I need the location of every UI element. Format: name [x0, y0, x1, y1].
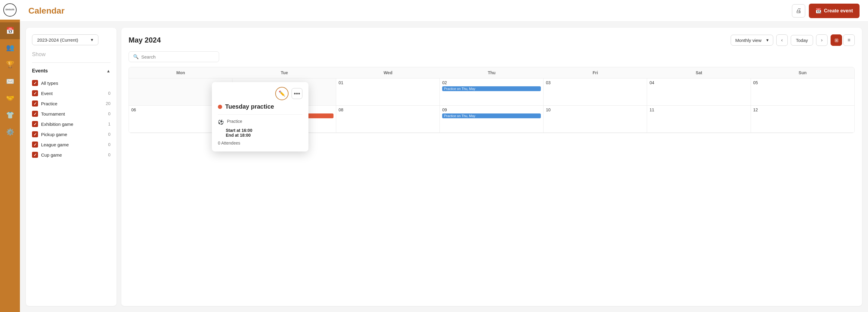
chevron-right-icon: ›: [821, 37, 823, 43]
filter-checkbox[interactable]: ✓: [32, 111, 38, 117]
trophy-icon: 🏆: [6, 61, 14, 68]
calendar-header: May 2024 Monthly view ▾ ‹ Today ›: [129, 34, 855, 46]
filter-item-exhibition-game[interactable]: ✓ Exhibition game 1: [32, 119, 111, 129]
filter-item-all-types[interactable]: ✓ All types: [32, 78, 111, 88]
next-month-button[interactable]: ›: [816, 34, 828, 46]
filter-count: 0: [108, 142, 111, 147]
day-header-tue: Tue: [232, 67, 336, 79]
day-header-fri: Fri: [544, 67, 647, 79]
popup-event-title: Tuesday practice: [218, 103, 302, 110]
prev-month-button[interactable]: ‹: [776, 34, 788, 46]
sidebar-item-mail[interactable]: ✉️: [0, 73, 20, 90]
calendar-cell-11[interactable]: 11: [647, 105, 751, 133]
filter-item-event[interactable]: ✓ Event 0: [32, 88, 111, 98]
month-view-dropdown[interactable]: Monthly view ▾: [731, 35, 773, 45]
day-header-thu: Thu: [440, 67, 543, 79]
sidebar-item-calendar[interactable]: 📅: [0, 22, 20, 39]
popup-attendees: 0 Attendees: [218, 141, 302, 146]
filter-left: ✓ All types: [32, 80, 58, 86]
event-practice-thu-02[interactable]: Practice on Thu, May: [442, 86, 540, 91]
filter-checkbox[interactable]: ✓: [32, 121, 38, 127]
popup-title-text: Tuesday practice: [225, 103, 274, 110]
filter-checkbox[interactable]: ✓: [32, 152, 38, 158]
day-header-sun: Sun: [751, 67, 855, 79]
day-header-sat: Sat: [647, 67, 751, 79]
calendar-cell-08[interactable]: 08: [336, 105, 440, 133]
team-logo: EAGLES: [3, 3, 17, 17]
filter-checkbox[interactable]: ✓: [32, 80, 38, 86]
filter-item-pickup-game[interactable]: ✓ Pickup game 0: [32, 129, 111, 139]
end-label: End at: [226, 133, 239, 137]
day-number-12: 12: [753, 107, 852, 112]
season-label: 2023-2024 (Current): [37, 37, 78, 42]
sidebar-item-settings[interactable]: ⚙️: [0, 124, 20, 141]
calendar-cell-02[interactable]: 02 Practice on Thu, May: [440, 79, 543, 105]
day-number-09: 09: [442, 107, 540, 112]
filter-left: ✓ League game: [32, 142, 69, 148]
create-event-button[interactable]: 📆 Create event: [809, 4, 860, 18]
filter-item-cup-game[interactable]: ✓ Cup game 0: [32, 150, 111, 160]
search-input[interactable]: [141, 54, 215, 59]
calendar-cell-10[interactable]: 10: [544, 105, 647, 133]
day-number-05: 05: [753, 80, 852, 85]
calendar-month-title: May 2024: [129, 36, 161, 44]
popup-time-block: Start at 16:00 End at 18:00: [226, 128, 302, 137]
view-toggle: ⊞ ≡: [831, 34, 855, 46]
events-section-header[interactable]: Events ▲: [32, 68, 111, 74]
more-options-button[interactable]: •••: [291, 88, 302, 99]
filter-count: 0: [108, 111, 111, 116]
filter-item-league-game[interactable]: ✓ League game 0: [32, 139, 111, 150]
day-number-01: 01: [339, 80, 437, 85]
event-practice-thu-09[interactable]: Practice on Thu, May: [442, 114, 540, 118]
filter-checkbox[interactable]: ✓: [32, 100, 38, 106]
today-button[interactable]: Today: [791, 35, 813, 45]
filter-count: 20: [105, 101, 111, 106]
checkmark-icon: ✓: [33, 153, 37, 157]
create-event-label: Create event: [824, 8, 853, 13]
list-view-button[interactable]: ≡: [843, 34, 855, 46]
sidebar-logo: EAGLES: [0, 0, 20, 20]
team-icon: 👥: [6, 44, 14, 52]
sidebar: EAGLES 📅 👥 🏆 ✉️ 🤝 👕 ⚙️: [0, 0, 20, 312]
checkmark-icon: ✓: [33, 101, 37, 106]
calendar-cell-01[interactable]: 01: [336, 79, 440, 105]
filter-checkbox[interactable]: ✓: [32, 131, 38, 137]
event-color-dot: [218, 105, 222, 109]
filter-checkbox[interactable]: ✓: [32, 142, 38, 148]
event-popup-overlay: ✏️ ••• Tuesday practice ⚽ Practice: [212, 82, 308, 152]
edit-button[interactable]: ✏️: [275, 87, 288, 100]
calendar-cell-03[interactable]: 03: [544, 79, 647, 105]
filter-item-practice[interactable]: ✓ Practice 20: [32, 98, 111, 108]
season-dropdown[interactable]: 2023-2024 (Current) ▾: [32, 34, 98, 45]
event-popup: ✏️ ••• Tuesday practice ⚽ Practice: [212, 82, 308, 152]
filter-item-tournament[interactable]: ✓ Tournament 0: [32, 108, 111, 119]
header-right: 🖨 📆 Create event: [792, 4, 860, 18]
chevron-left-icon: ‹: [781, 37, 783, 43]
filter-left: ✓ Pickup game: [32, 131, 67, 137]
popup-divider: [218, 114, 302, 115]
sidebar-item-team[interactable]: 👥: [0, 39, 20, 56]
grid-view-button[interactable]: ⊞: [831, 34, 842, 46]
calendar-cell-05[interactable]: 05: [751, 79, 855, 105]
filter-checkbox[interactable]: ✓: [32, 90, 38, 96]
sidebar-item-trophy[interactable]: 🏆: [0, 56, 20, 73]
end-time-value: 18:00: [240, 133, 251, 137]
calendar-cell-04[interactable]: 04: [647, 79, 751, 105]
filter-count: 0: [108, 132, 111, 137]
calendar-cell-09[interactable]: 09 Practice on Thu, May: [440, 105, 543, 133]
print-button[interactable]: 🖨: [792, 4, 805, 18]
filter-label: Practice: [41, 101, 57, 106]
sidebar-nav: 📅 👥 🏆 ✉️ 🤝 👕 ⚙️: [0, 20, 20, 141]
sidebar-item-shop[interactable]: 👕: [0, 107, 20, 124]
transfers-icon: 🤝: [6, 94, 14, 102]
filter-left: ✓ Tournament: [32, 111, 65, 117]
shop-icon: 👕: [6, 111, 14, 119]
filter-label: Cup game: [41, 152, 62, 157]
print-icon: 🖨: [796, 7, 802, 14]
day-number-10: 10: [546, 107, 644, 112]
top-header: Calendar 🖨 📆 Create event: [20, 0, 868, 22]
sidebar-item-transfers[interactable]: 🤝: [0, 90, 20, 107]
page-title: Calendar: [28, 6, 65, 16]
calendar-cell-12[interactable]: 12: [751, 105, 855, 133]
content-area: 2023-2024 (Current) ▾ Show Events ▲ ✓ Al…: [20, 22, 868, 312]
